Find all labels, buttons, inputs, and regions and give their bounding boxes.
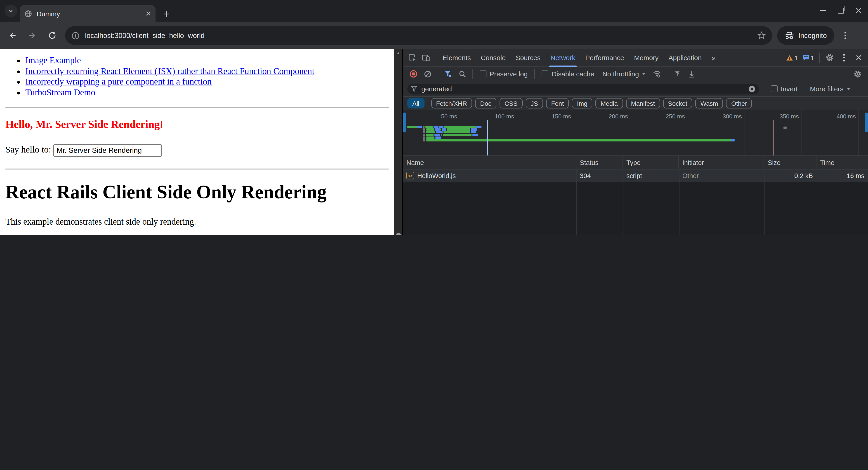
tab-elements[interactable]: Elements bbox=[438, 49, 476, 67]
overview-left-handle[interactable] bbox=[403, 113, 406, 132]
chip-font[interactable]: Font bbox=[546, 98, 569, 108]
waterfall-bar bbox=[436, 131, 442, 133]
chip-fetch-xhr[interactable]: Fetch/XHR bbox=[431, 98, 472, 108]
window-controls bbox=[819, 4, 862, 17]
timeline-tick: 300 ms bbox=[713, 113, 742, 120]
tab-search-button[interactable] bbox=[4, 4, 17, 17]
new-tab-button[interactable] bbox=[160, 8, 173, 20]
window-restore-button[interactable] bbox=[838, 7, 844, 13]
clear-network-log-button[interactable] bbox=[421, 67, 434, 81]
tab-console[interactable]: Console bbox=[476, 49, 510, 67]
throttling-dropdown[interactable]: No throttling bbox=[602, 70, 646, 78]
request-size: 0.2 kB bbox=[764, 169, 816, 182]
browser-menu-button[interactable] bbox=[839, 32, 852, 39]
forward-button[interactable] bbox=[24, 28, 40, 43]
more-tabs-button[interactable]: » bbox=[707, 49, 720, 67]
column-header-name[interactable]: Name bbox=[403, 156, 576, 169]
preserve-log-checkbox[interactable] bbox=[480, 70, 487, 77]
request-name[interactable]: HelloWorld.js bbox=[417, 172, 456, 179]
tab-performance[interactable]: Performance bbox=[580, 49, 629, 67]
import-har-button[interactable] bbox=[671, 67, 684, 81]
back-arrow-icon bbox=[8, 31, 17, 40]
disable-cache-toggle[interactable]: Disable cache bbox=[541, 70, 594, 78]
column-header-type[interactable]: Type bbox=[623, 156, 679, 169]
chip-all[interactable]: All bbox=[407, 98, 424, 108]
issues-badge[interactable]: 1 bbox=[801, 54, 816, 61]
chip-media[interactable]: Media bbox=[596, 98, 623, 108]
name-input[interactable] bbox=[53, 144, 162, 157]
link-image-example[interactable]: Image Example bbox=[25, 56, 81, 65]
network-overview[interactable]: 50 ms100 ms150 ms200 ms250 ms300 ms350 m… bbox=[403, 110, 868, 156]
site-info-icon[interactable] bbox=[71, 31, 80, 39]
chip-img[interactable]: Img bbox=[572, 98, 592, 108]
waterfall-bar bbox=[423, 131, 425, 133]
link-incorrect-wrapping[interactable]: Incorrectly wrapping a pure component in… bbox=[25, 77, 212, 86]
waterfall-bar bbox=[472, 134, 478, 136]
gear-icon bbox=[854, 70, 862, 78]
chip-css[interactable]: CSS bbox=[500, 98, 523, 108]
waterfall-bar bbox=[426, 134, 434, 136]
gear-icon bbox=[825, 53, 834, 62]
tab-close-icon[interactable] bbox=[146, 11, 151, 16]
request-status: 304 bbox=[576, 169, 623, 182]
tab-network[interactable]: Network bbox=[546, 49, 580, 67]
more-filters-dropdown[interactable]: More filters bbox=[810, 85, 850, 93]
preserve-log-toggle[interactable]: Preserve log bbox=[480, 70, 528, 78]
clear-filter-icon[interactable] bbox=[748, 85, 755, 92]
invert-checkbox[interactable] bbox=[771, 86, 778, 92]
disable-cache-label: Disable cache bbox=[552, 70, 594, 78]
record-network-log-button[interactable] bbox=[406, 67, 420, 81]
address-bar[interactable]: localhost:3000/client_side_hello_world bbox=[65, 26, 772, 45]
filter-input[interactable] bbox=[421, 85, 748, 93]
waterfall-bar bbox=[783, 127, 786, 129]
chip-doc[interactable]: Doc bbox=[475, 98, 496, 108]
tab-memory[interactable]: Memory bbox=[629, 49, 663, 67]
vertical-scroll-thumb[interactable] bbox=[396, 233, 401, 235]
devtools-settings-button[interactable] bbox=[823, 51, 836, 64]
request-initiator[interactable]: Other bbox=[679, 169, 764, 182]
search-button[interactable] bbox=[456, 67, 469, 81]
disable-cache-checkbox[interactable] bbox=[541, 70, 548, 77]
column-header-status[interactable]: Status bbox=[576, 156, 623, 169]
invert-filter-toggle[interactable]: Invert bbox=[771, 85, 798, 93]
network-conditions-button[interactable] bbox=[650, 67, 664, 81]
scroll-up-arrow[interactable]: ▲ bbox=[394, 51, 402, 55]
devtools-menu-button[interactable] bbox=[837, 51, 851, 64]
link-turbostream-demo[interactable]: TurboStream Demo bbox=[25, 88, 95, 97]
network-settings-button[interactable] bbox=[851, 67, 864, 81]
inspect-element-button[interactable] bbox=[405, 51, 419, 64]
tab-sources[interactable]: Sources bbox=[510, 49, 546, 67]
device-toolbar-button[interactable] bbox=[419, 51, 433, 64]
waterfall-bar bbox=[731, 139, 735, 142]
chip-socket[interactable]: Socket bbox=[663, 98, 692, 108]
export-har-button[interactable] bbox=[685, 67, 699, 81]
warnings-badge[interactable]: 1 bbox=[784, 54, 800, 61]
back-button[interactable] bbox=[4, 28, 20, 43]
timeline-tick: 250 ms bbox=[656, 113, 685, 120]
page-vertical-scrollbar[interactable]: ▲ ▼ bbox=[394, 49, 402, 235]
chip-js[interactable]: JS bbox=[526, 98, 543, 108]
column-header-time[interactable]: Time bbox=[816, 156, 868, 169]
window-minimize-button[interactable] bbox=[819, 10, 826, 11]
tab-application[interactable]: Application bbox=[663, 49, 707, 67]
plus-icon bbox=[163, 11, 169, 17]
link-incorrect-jsx[interactable]: Incorrectly returning React Element (JSX… bbox=[25, 66, 314, 76]
overview-right-handle[interactable] bbox=[865, 113, 868, 132]
window-close-button[interactable] bbox=[855, 7, 862, 13]
filter-input-pill[interactable] bbox=[407, 83, 759, 94]
more-filters-label: More filters bbox=[810, 85, 843, 93]
browser-tab[interactable]: Dummy bbox=[20, 5, 156, 22]
url-text[interactable]: localhost:3000/client_side_hello_world bbox=[85, 31, 757, 39]
chip-manifest[interactable]: Manifest bbox=[626, 98, 660, 108]
column-header-initiator[interactable]: Initiator bbox=[679, 156, 764, 169]
column-header-size[interactable]: Size bbox=[764, 156, 816, 169]
chip-other[interactable]: Other bbox=[726, 98, 752, 108]
chip-wasm[interactable]: Wasm bbox=[695, 98, 723, 108]
devtools-close-button[interactable] bbox=[852, 51, 865, 64]
reload-button[interactable] bbox=[44, 28, 60, 43]
bookmark-star-icon[interactable] bbox=[757, 31, 766, 40]
waterfall-bar bbox=[442, 128, 446, 131]
filter-toggle-button[interactable] bbox=[441, 67, 455, 81]
throttling-value: No throttling bbox=[602, 70, 639, 78]
request-row-helloworld[interactable]: <> HelloWorld.js 304 script Other 0.2 kB… bbox=[403, 169, 868, 182]
